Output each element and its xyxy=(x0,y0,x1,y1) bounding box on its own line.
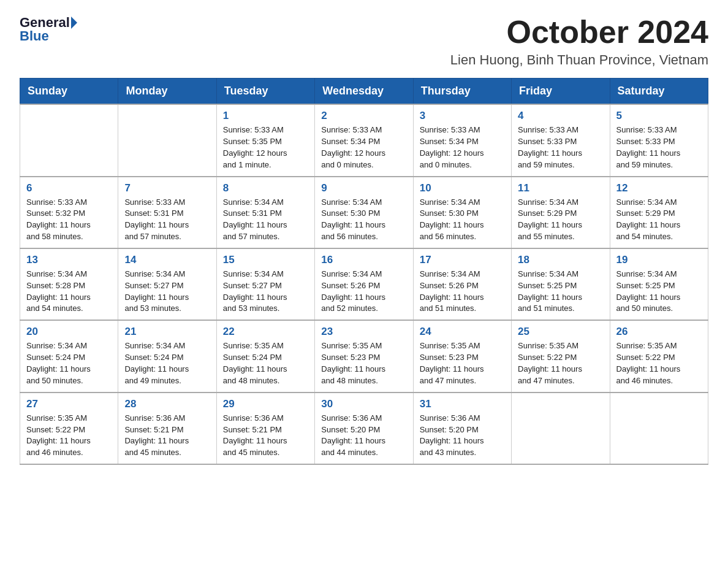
day-number: 9 xyxy=(321,182,406,194)
calendar-cell: 9Sunrise: 5:34 AM Sunset: 5:30 PM Daylig… xyxy=(315,177,413,248)
weekday-header-friday: Friday xyxy=(512,79,610,105)
day-info: Sunrise: 5:34 AM Sunset: 5:27 PM Dayligh… xyxy=(223,269,308,315)
day-number: 6 xyxy=(26,182,112,194)
logo: General Blue xyxy=(20,15,78,44)
day-number: 14 xyxy=(124,254,210,266)
day-number: 7 xyxy=(124,182,210,194)
day-number: 31 xyxy=(420,398,505,410)
day-number: 3 xyxy=(420,110,505,122)
calendar-cell xyxy=(512,393,610,464)
calendar-week-row: 1Sunrise: 5:33 AM Sunset: 5:35 PM Daylig… xyxy=(20,104,708,176)
day-info: Sunrise: 5:33 AM Sunset: 5:34 PM Dayligh… xyxy=(321,124,406,170)
page-header: General Blue October 2024 Lien Huong, Bi… xyxy=(20,15,708,68)
day-number: 23 xyxy=(321,326,406,338)
day-number: 13 xyxy=(26,254,112,266)
day-number: 15 xyxy=(223,254,308,266)
calendar-cell: 15Sunrise: 5:34 AM Sunset: 5:27 PM Dayli… xyxy=(216,248,314,320)
day-info: Sunrise: 5:34 AM Sunset: 5:31 PM Dayligh… xyxy=(223,197,308,243)
calendar-cell: 13Sunrise: 5:34 AM Sunset: 5:28 PM Dayli… xyxy=(20,248,118,320)
day-info: Sunrise: 5:34 AM Sunset: 5:28 PM Dayligh… xyxy=(26,269,112,315)
day-info: Sunrise: 5:34 AM Sunset: 5:30 PM Dayligh… xyxy=(321,197,406,243)
day-number: 2 xyxy=(321,110,406,122)
day-number: 5 xyxy=(616,110,702,122)
calendar-cell xyxy=(118,104,216,176)
day-info: Sunrise: 5:36 AM Sunset: 5:21 PM Dayligh… xyxy=(223,413,308,459)
location-title: Lien Huong, Binh Thuan Province, Vietnam xyxy=(450,52,708,68)
day-info: Sunrise: 5:36 AM Sunset: 5:20 PM Dayligh… xyxy=(321,413,406,459)
calendar-cell: 19Sunrise: 5:34 AM Sunset: 5:25 PM Dayli… xyxy=(610,248,708,320)
month-title: October 2024 xyxy=(450,15,708,50)
calendar-cell xyxy=(20,104,118,176)
calendar-cell: 18Sunrise: 5:34 AM Sunset: 5:25 PM Dayli… xyxy=(512,248,610,320)
calendar-cell: 14Sunrise: 5:34 AM Sunset: 5:27 PM Dayli… xyxy=(118,248,216,320)
day-number: 12 xyxy=(616,182,702,194)
calendar-week-row: 27Sunrise: 5:35 AM Sunset: 5:22 PM Dayli… xyxy=(20,393,708,464)
day-number: 29 xyxy=(223,398,308,410)
day-info: Sunrise: 5:33 AM Sunset: 5:33 PM Dayligh… xyxy=(518,124,603,170)
day-info: Sunrise: 5:34 AM Sunset: 5:24 PM Dayligh… xyxy=(124,340,210,386)
weekday-header-thursday: Thursday xyxy=(413,79,511,105)
calendar-cell: 22Sunrise: 5:35 AM Sunset: 5:24 PM Dayli… xyxy=(216,320,314,392)
day-info: Sunrise: 5:34 AM Sunset: 5:24 PM Dayligh… xyxy=(26,340,112,386)
day-info: Sunrise: 5:34 AM Sunset: 5:25 PM Dayligh… xyxy=(616,269,702,315)
weekday-header-saturday: Saturday xyxy=(610,79,708,105)
calendar-cell: 25Sunrise: 5:35 AM Sunset: 5:22 PM Dayli… xyxy=(512,320,610,392)
day-number: 8 xyxy=(223,182,308,194)
calendar-cell: 26Sunrise: 5:35 AM Sunset: 5:22 PM Dayli… xyxy=(610,320,708,392)
day-number: 24 xyxy=(420,326,505,338)
calendar-cell: 12Sunrise: 5:34 AM Sunset: 5:29 PM Dayli… xyxy=(610,177,708,248)
day-number: 19 xyxy=(616,254,702,266)
day-number: 26 xyxy=(616,326,702,338)
calendar-cell: 2Sunrise: 5:33 AM Sunset: 5:34 PM Daylig… xyxy=(315,104,413,176)
day-number: 21 xyxy=(124,326,210,338)
calendar-cell: 5Sunrise: 5:33 AM Sunset: 5:33 PM Daylig… xyxy=(610,104,708,176)
calendar-cell: 20Sunrise: 5:34 AM Sunset: 5:24 PM Dayli… xyxy=(20,320,118,392)
logo-triangle-icon xyxy=(71,17,77,29)
day-info: Sunrise: 5:34 AM Sunset: 5:29 PM Dayligh… xyxy=(518,197,603,243)
calendar-cell: 11Sunrise: 5:34 AM Sunset: 5:29 PM Dayli… xyxy=(512,177,610,248)
day-info: Sunrise: 5:34 AM Sunset: 5:26 PM Dayligh… xyxy=(420,269,505,315)
calendar-cell: 17Sunrise: 5:34 AM Sunset: 5:26 PM Dayli… xyxy=(413,248,511,320)
day-number: 10 xyxy=(420,182,505,194)
day-info: Sunrise: 5:35 AM Sunset: 5:22 PM Dayligh… xyxy=(616,340,702,386)
day-number: 28 xyxy=(124,398,210,410)
day-number: 18 xyxy=(518,254,603,266)
calendar-cell: 8Sunrise: 5:34 AM Sunset: 5:31 PM Daylig… xyxy=(216,177,314,248)
calendar-cell: 29Sunrise: 5:36 AM Sunset: 5:21 PM Dayli… xyxy=(216,393,314,464)
day-number: 17 xyxy=(420,254,505,266)
day-info: Sunrise: 5:35 AM Sunset: 5:23 PM Dayligh… xyxy=(420,340,505,386)
calendar-week-row: 6Sunrise: 5:33 AM Sunset: 5:32 PM Daylig… xyxy=(20,177,708,248)
calendar-table: SundayMondayTuesdayWednesdayThursdayFrid… xyxy=(20,78,708,465)
calendar-cell: 16Sunrise: 5:34 AM Sunset: 5:26 PM Dayli… xyxy=(315,248,413,320)
calendar-week-row: 13Sunrise: 5:34 AM Sunset: 5:28 PM Dayli… xyxy=(20,248,708,320)
calendar-cell: 3Sunrise: 5:33 AM Sunset: 5:34 PM Daylig… xyxy=(413,104,511,176)
day-info: Sunrise: 5:34 AM Sunset: 5:26 PM Dayligh… xyxy=(321,269,406,315)
day-info: Sunrise: 5:34 AM Sunset: 5:25 PM Dayligh… xyxy=(518,269,603,315)
calendar-cell: 30Sunrise: 5:36 AM Sunset: 5:20 PM Dayli… xyxy=(315,393,413,464)
calendar-week-row: 20Sunrise: 5:34 AM Sunset: 5:24 PM Dayli… xyxy=(20,320,708,392)
day-number: 25 xyxy=(518,326,603,338)
day-info: Sunrise: 5:36 AM Sunset: 5:20 PM Dayligh… xyxy=(420,413,505,459)
day-info: Sunrise: 5:33 AM Sunset: 5:33 PM Dayligh… xyxy=(616,124,702,170)
weekday-header-row: SundayMondayTuesdayWednesdayThursdayFrid… xyxy=(20,79,708,105)
day-info: Sunrise: 5:34 AM Sunset: 5:29 PM Dayligh… xyxy=(616,197,702,243)
day-number: 16 xyxy=(321,254,406,266)
weekday-header-tuesday: Tuesday xyxy=(216,79,314,105)
calendar-cell: 24Sunrise: 5:35 AM Sunset: 5:23 PM Dayli… xyxy=(413,320,511,392)
day-number: 27 xyxy=(26,398,112,410)
weekday-header-monday: Monday xyxy=(118,79,216,105)
day-info: Sunrise: 5:34 AM Sunset: 5:27 PM Dayligh… xyxy=(124,269,210,315)
day-number: 1 xyxy=(223,110,308,122)
day-number: 20 xyxy=(26,326,112,338)
day-info: Sunrise: 5:35 AM Sunset: 5:22 PM Dayligh… xyxy=(26,413,112,459)
calendar-cell: 21Sunrise: 5:34 AM Sunset: 5:24 PM Dayli… xyxy=(118,320,216,392)
calendar-cell: 31Sunrise: 5:36 AM Sunset: 5:20 PM Dayli… xyxy=(413,393,511,464)
day-number: 22 xyxy=(223,326,308,338)
day-info: Sunrise: 5:36 AM Sunset: 5:21 PM Dayligh… xyxy=(124,413,210,459)
day-number: 30 xyxy=(321,398,406,410)
day-info: Sunrise: 5:33 AM Sunset: 5:31 PM Dayligh… xyxy=(124,197,210,243)
day-info: Sunrise: 5:34 AM Sunset: 5:30 PM Dayligh… xyxy=(420,197,505,243)
calendar-cell: 27Sunrise: 5:35 AM Sunset: 5:22 PM Dayli… xyxy=(20,393,118,464)
day-number: 4 xyxy=(518,110,603,122)
day-info: Sunrise: 5:33 AM Sunset: 5:32 PM Dayligh… xyxy=(26,197,112,243)
